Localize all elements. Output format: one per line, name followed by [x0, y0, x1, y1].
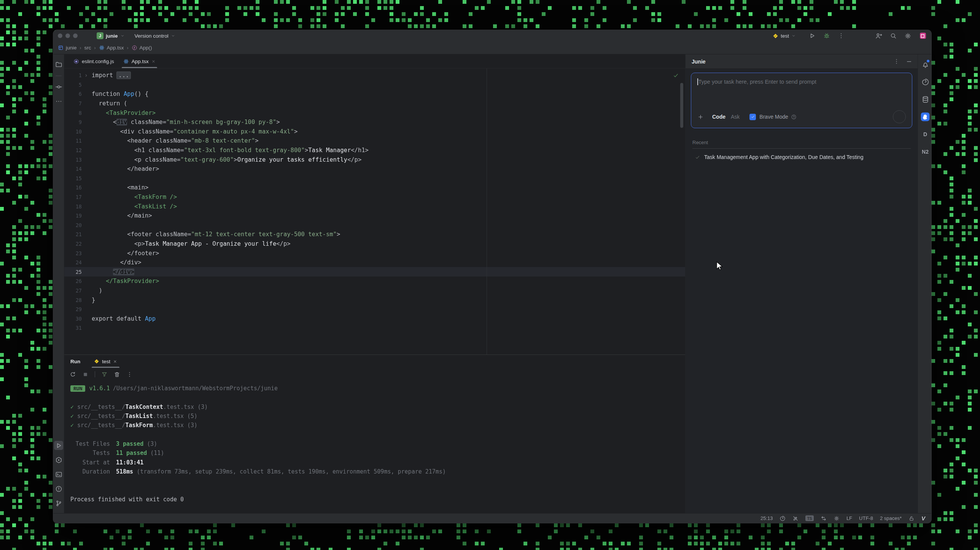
branch-tool-button[interactable] [54, 499, 63, 508]
junie-tool-button[interactable] [920, 111, 931, 122]
database-tool-button[interactable] [920, 94, 931, 105]
editor-tab-eslint-config-js[interactable]: eslint.config.js [69, 54, 119, 68]
code-line-29[interactable]: 29 [64, 305, 685, 314]
code-line-20[interactable]: 20 [64, 221, 685, 230]
breadcrumb-item-app-tsx[interactable]: App.tsx [99, 45, 124, 51]
debug-button[interactable] [823, 32, 830, 39]
breadcrumb-item-src[interactable]: src [84, 45, 91, 51]
read-only-icon[interactable] [792, 515, 799, 521]
settings-button[interactable] [904, 32, 912, 40]
filter-tests-button[interactable] [101, 371, 108, 378]
problems-icon [55, 485, 62, 493]
hide-panel-button[interactable] [906, 58, 912, 65]
code-line-22[interactable]: 22 <p>Task Manager App - Organize your l… [64, 239, 685, 249]
folder-tool-button[interactable] [54, 60, 63, 69]
notification-dot [926, 59, 930, 63]
inspections-passed-icon[interactable] [673, 72, 679, 79]
play-tool-button[interactable] [54, 441, 63, 450]
project-widget[interactable]: J junie [97, 32, 125, 39]
code-line-18[interactable]: 18 <TaskList /> [64, 202, 685, 211]
breadcrumb-item-junie[interactable]: junie [58, 45, 77, 51]
code-line-26[interactable]: 26 </TaskProvider> [64, 277, 685, 286]
brave-mode-help-icon[interactable] [791, 114, 797, 120]
write-access-icon[interactable] [908, 515, 915, 521]
code-line-15[interactable]: 15 [64, 174, 685, 183]
typescript-version-badge[interactable]: TS [805, 515, 813, 521]
brave-mode-checkbox[interactable] [749, 114, 756, 120]
code-line-24[interactable]: 24 </div> [64, 258, 685, 267]
console-options-button[interactable] [126, 371, 133, 378]
code-line-16[interactable]: 16 <main> [64, 183, 685, 192]
screen-share-icon[interactable] [919, 32, 927, 40]
problems-tool-button[interactable] [54, 484, 63, 493]
send-prompt-button[interactable] [893, 110, 906, 123]
indent-widget[interactable]: 2 spaces* [880, 515, 902, 521]
attach-context-button[interactable] [697, 114, 704, 120]
run-configuration-selector[interactable]: test [773, 33, 796, 39]
zoom-window-button[interactable] [73, 33, 78, 38]
switch-service-icon[interactable] [821, 515, 827, 521]
code-line-23[interactable]: 23 </footer> [64, 248, 685, 258]
caret-position-widget[interactable]: 25:13 [760, 515, 773, 521]
code-line-30[interactable]: 30export default App [64, 314, 685, 323]
code-line-17[interactable]: 17 <TaskForm /> [64, 192, 685, 202]
mode-code-button[interactable]: Code [711, 114, 725, 120]
code-line-9[interactable]: 9 <div className="min-h-screen bg-gray-1… [64, 118, 685, 127]
line-separator-widget[interactable]: LF [846, 515, 852, 521]
breadcrumb-item-app-[interactable]: App() [132, 45, 152, 51]
editor-tab-app-tsx[interactable]: App.tsx [119, 54, 160, 68]
code-line-25[interactable]: 25 </div> [64, 267, 685, 277]
code-line-19[interactable]: 19 </main> [64, 211, 685, 221]
code-line-21[interactable]: 21 <footer className="mt-12 text-center … [64, 230, 685, 239]
code-line-11[interactable]: 11 <header className="mb-8 text-center"> [64, 136, 685, 146]
line-number: 19 [64, 213, 82, 219]
services-tool-button[interactable] [54, 455, 63, 464]
more-actions-button[interactable] [838, 32, 845, 39]
vcs-widget[interactable]: Version control [135, 33, 175, 39]
stop-button[interactable] [82, 371, 89, 378]
mode-ask-button[interactable]: Ask [731, 114, 740, 120]
code-with-me-button[interactable] [875, 32, 882, 40]
editor-scrollbar[interactable] [680, 83, 683, 128]
run-button[interactable] [809, 32, 816, 39]
code-line-7[interactable]: 7 return ( [64, 99, 685, 108]
code-line-14[interactable]: 14 </header> [64, 164, 685, 174]
ts-settings-icon[interactable] [834, 515, 840, 521]
commit-tool-button[interactable] [54, 82, 63, 91]
code-line-10[interactable]: 10 <div className="container mx-auto px-… [64, 127, 685, 137]
clear-console-button[interactable] [114, 371, 120, 378]
code-line-8[interactable]: 8 <TaskProvider> [64, 108, 685, 118]
documentation-tool-button[interactable]: D [920, 129, 931, 140]
search-everywhere-button[interactable] [890, 32, 897, 39]
ai-tool-button[interactable] [920, 76, 931, 87]
notebook-tool-button[interactable]: N2 [920, 146, 931, 157]
code-line-5[interactable]: 5 [64, 80, 685, 90]
code-line-12[interactable]: 12 <h1 className="text-3xl font-bold tex… [64, 146, 685, 155]
close-icon[interactable] [113, 359, 117, 364]
ai-assistant-icon[interactable] [780, 515, 786, 521]
run-console[interactable]: RUNv1.6.1/Users/jan-niklaswortmann/Webst… [64, 381, 685, 513]
more-h-tool-button[interactable] [54, 97, 63, 106]
line-number: 11 [64, 138, 82, 144]
fold-arrow-icon[interactable] [82, 73, 90, 78]
code-line-6[interactable]: 6function App() { [64, 89, 685, 99]
encoding-widget[interactable]: UTF-8 [859, 515, 873, 521]
recent-task-item[interactable]: Task Management App with Categorization,… [695, 154, 911, 160]
bell-tool-button[interactable] [920, 59, 931, 70]
close-window-button[interactable] [58, 33, 62, 38]
vitest-logo-widget[interactable]: V [921, 515, 925, 521]
code-line-27[interactable]: 27 ) [64, 286, 685, 296]
rerun-tests-button[interactable] [70, 371, 76, 378]
code-line-1[interactable]: 1import ... [64, 71, 685, 80]
brave-mode-label: Brave Mode [759, 114, 788, 120]
terminal-tool-button[interactable] [54, 470, 63, 479]
junie-options-button[interactable] [893, 58, 900, 65]
code-editor[interactable]: 1import ...56function App() {7 return (8… [64, 68, 685, 354]
code-line-28[interactable]: 28} [64, 295, 685, 305]
close-icon[interactable] [151, 59, 156, 64]
code-line-31[interactable]: 31 [64, 323, 685, 333]
junie-prompt-input[interactable]: Type your task here, press Enter to send… [697, 78, 906, 85]
minimize-window-button[interactable] [65, 33, 70, 38]
code-line-13[interactable]: 13 <p className="text-gray-600">Organize… [64, 155, 685, 164]
run-tab-test[interactable]: test [90, 355, 121, 368]
